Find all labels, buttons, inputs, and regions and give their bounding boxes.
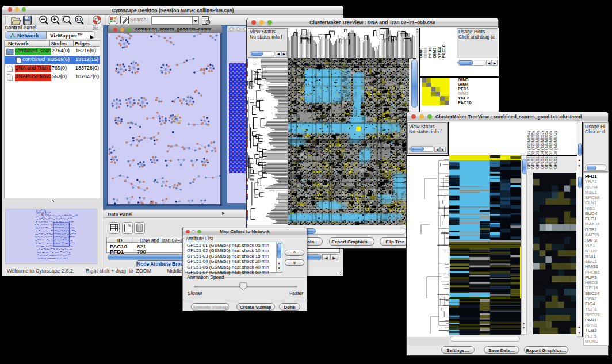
svg-text:GPL51-08 (GSM872): GPL51-08 (GSM872) xyxy=(553,131,558,169)
svg-text:1:1: 1:1 xyxy=(76,18,82,21)
svg-text:PAC10: PAC10 xyxy=(441,44,446,58)
